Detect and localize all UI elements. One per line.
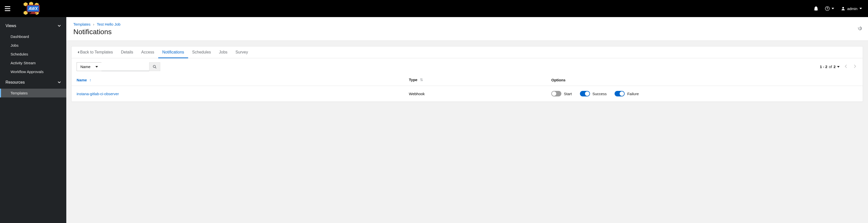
question-circle-icon: ? <box>825 6 830 11</box>
pager-of-label: of <box>829 65 832 69</box>
pager-count-button[interactable]: 1 - 2 of 2 <box>820 65 840 69</box>
search-icon <box>153 65 157 69</box>
column-header-type[interactable]: Type ⇅ <box>404 74 546 86</box>
caret-down-icon <box>95 66 98 68</box>
activity-stream-button[interactable] <box>858 26 863 32</box>
tab-label: Details <box>121 50 133 54</box>
breadcrumb-templates[interactable]: Templates <box>73 22 90 26</box>
pager-prev-button[interactable] <box>843 65 849 69</box>
sidebar-item-workflow-approvals[interactable]: Workflow Approvals <box>0 67 66 76</box>
tab-label: Access <box>141 50 154 54</box>
column-header-name[interactable]: Name ↑ <box>71 74 404 86</box>
caret-down-icon <box>837 66 840 68</box>
chevron-down-icon <box>58 25 61 27</box>
tab-survey[interactable]: Survey <box>231 46 252 58</box>
chevron-left-icon <box>845 65 847 68</box>
menu-toggle-button[interactable] <box>0 0 15 17</box>
sort-asc-icon: ↑ <box>89 78 91 82</box>
tab-label: Survey <box>236 50 248 54</box>
filter-field-select[interactable]: Name <box>76 62 101 71</box>
history-icon <box>858 26 863 31</box>
caret-down-icon <box>832 8 834 9</box>
sidebar: Views Dashboard Jobs Schedules Activity … <box>0 17 66 223</box>
filter: Name <box>76 62 160 71</box>
pager-next-button[interactable] <box>852 65 858 69</box>
notifications-table: Name ↑ Type ⇅ Options <box>71 74 863 102</box>
sidebar-item-activity-stream[interactable]: Activity Stream <box>0 59 66 67</box>
tab-label: Notifications <box>162 50 184 54</box>
pager-total: 2 <box>834 65 836 69</box>
sidebar-item-label: Dashboard <box>10 34 29 39</box>
sort-icon: ⇅ <box>420 77 423 82</box>
page-header: Templates › Test Hello Job Notifications <box>66 17 868 41</box>
toggle-failure[interactable] <box>615 91 625 96</box>
user-label: admin <box>847 6 858 11</box>
topbar: AWX ? admin <box>0 0 868 17</box>
option-start: Start <box>551 91 572 96</box>
pager: 1 - 2 of 2 <box>820 65 858 69</box>
sidebar-item-label: Activity Stream <box>10 61 36 65</box>
opt-label: Success <box>592 92 607 96</box>
opt-label: Failure <box>627 92 639 96</box>
breadcrumb-current[interactable]: Test Hello Job <box>97 22 120 26</box>
user-menu-button[interactable]: admin <box>841 6 862 11</box>
option-success: Success <box>580 91 607 96</box>
svg-rect-8 <box>31 12 35 13</box>
toggle-success[interactable] <box>580 91 590 96</box>
back-to-templates-button[interactable]: Back to Templates <box>73 46 117 58</box>
filter-field-label: Name <box>81 65 90 69</box>
toggle-start[interactable] <box>551 91 561 96</box>
opt-label: Start <box>564 92 572 96</box>
tab-schedules[interactable]: Schedules <box>188 46 215 58</box>
tabs: Back to Templates Details Access Notific… <box>71 46 863 58</box>
table-row: instana-gitlab-ci-observer Webhook Start <box>71 86 863 102</box>
page-title: Notifications <box>73 28 861 36</box>
tab-access[interactable]: Access <box>137 46 158 58</box>
sidebar-item-templates[interactable]: Templates <box>0 89 66 97</box>
back-label: Back to Templates <box>80 50 113 55</box>
nav-group-views[interactable]: Views <box>0 21 66 31</box>
content-card: Back to Templates Details Access Notific… <box>71 46 863 102</box>
tab-jobs[interactable]: Jobs <box>215 46 231 58</box>
topbar-left: AWX <box>0 0 46 17</box>
toolbar: Name 1 - 2 of 2 <box>71 58 863 74</box>
nav-group-label: Resources <box>5 80 25 85</box>
notifications-bell-button[interactable] <box>814 6 818 11</box>
svg-text:?: ? <box>826 7 828 10</box>
topbar-right: ? admin <box>814 6 862 11</box>
tab-notifications[interactable]: Notifications <box>158 46 188 58</box>
pager-range: 1 - 2 <box>820 65 827 69</box>
filter-input[interactable] <box>101 62 149 71</box>
tab-details[interactable]: Details <box>117 46 137 58</box>
sidebar-item-schedules[interactable]: Schedules <box>0 50 66 59</box>
chevron-right-icon <box>854 65 856 68</box>
column-label: Options <box>551 78 566 82</box>
sidebar-item-label: Workflow Approvals <box>10 70 43 74</box>
sidebar-item-jobs[interactable]: Jobs <box>0 41 66 50</box>
tab-label: Jobs <box>219 50 227 54</box>
notification-name-link[interactable]: instana-gitlab-ci-observer <box>76 92 119 96</box>
option-failure: Failure <box>615 91 639 96</box>
sidebar-item-dashboard[interactable]: Dashboard <box>0 32 66 41</box>
hamburger-icon <box>5 6 10 11</box>
svg-point-13 <box>153 65 155 68</box>
help-menu-button[interactable]: ? <box>825 6 834 11</box>
column-header-options: Options <box>546 74 863 86</box>
svg-line-14 <box>155 67 156 68</box>
sidebar-item-label: Schedules <box>10 52 28 56</box>
breadcrumb: Templates › Test Hello Job <box>73 22 861 26</box>
svg-text:AWX: AWX <box>28 6 38 11</box>
svg-point-12 <box>842 7 844 8</box>
sidebar-item-label: Templates <box>10 91 28 95</box>
bell-icon <box>814 6 818 11</box>
options-cell: Start Success Failure <box>551 91 858 96</box>
chevron-down-icon <box>58 82 61 84</box>
svg-rect-9 <box>30 13 37 14</box>
filter-search-button[interactable] <box>149 62 160 71</box>
nav-group-resources[interactable]: Resources <box>0 77 66 88</box>
sidebar-item-label: Jobs <box>10 43 19 47</box>
chevron-right-icon: › <box>93 22 94 26</box>
caret-left-icon <box>78 51 79 54</box>
awx-logo[interactable]: AWX <box>21 2 46 15</box>
tab-label: Schedules <box>192 50 211 54</box>
